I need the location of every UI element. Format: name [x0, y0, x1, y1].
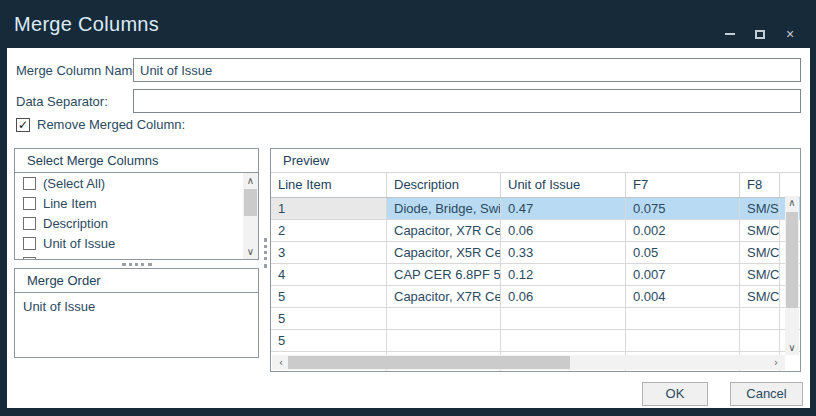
list-item-line-item[interactable]: Line Item — [15, 193, 258, 213]
scrollbar-thumb[interactable] — [786, 212, 798, 308]
table-row-selected[interactable]: 1 Diode, Bridge, Swit... 0.47 0.075 SM/S — [271, 198, 800, 220]
vertical-splitter[interactable] — [260, 148, 270, 358]
column-header-filler — [780, 173, 800, 197]
dialog-content: Merge Column Name: Data Separator: ✓ Rem… — [7, 48, 810, 408]
grid-header-row: Line Item Description Unit of Issue F7 F… — [271, 173, 800, 198]
preview-panel: Preview Line Item Description Unit of Is… — [270, 148, 801, 372]
list-item-unit-of-issue[interactable]: Unit of Issue — [15, 233, 258, 253]
table-row[interactable]: 5 — [271, 308, 800, 330]
horizontal-splitter[interactable] — [14, 260, 259, 268]
checkbox-unchecked-icon — [23, 217, 36, 230]
table-row[interactable]: 5 — [271, 330, 800, 352]
checkbox-unchecked-icon — [23, 237, 36, 250]
scroll-up-icon[interactable]: ∧ — [243, 174, 258, 187]
ok-button[interactable]: OK — [642, 382, 708, 406]
scrollbar-thumb[interactable] — [244, 189, 257, 216]
merge-columns-dialog: Merge Columns × Merge Column Name: Data … — [0, 0, 816, 416]
list-item-select-all[interactable]: (Select All) — [15, 173, 258, 193]
data-separator-input[interactable] — [133, 89, 801, 113]
splitter-grip-icon — [122, 263, 152, 266]
preview-title: Preview — [271, 149, 800, 173]
select-merge-columns-panel: Select Merge Columns (Select All) Line I… — [14, 148, 259, 260]
scroll-up-icon[interactable]: ∧ — [785, 196, 799, 210]
column-header-description[interactable]: Description — [387, 173, 501, 197]
preview-grid: Line Item Description Unit of Issue F7 F… — [271, 173, 800, 371]
checkbox-checked-icon: ✓ — [16, 118, 30, 132]
checkbox-unchecked-icon — [23, 177, 36, 190]
remove-merged-column-label: Remove Merged Column: — [37, 117, 185, 132]
merge-column-name-label: Merge Column Name: — [16, 63, 143, 78]
column-header-f7[interactable]: F7 — [626, 173, 740, 197]
scroll-down-icon[interactable]: ∨ — [243, 245, 258, 258]
titlebar: Merge Columns × — [0, 0, 816, 48]
merge-order-item[interactable]: Unit of Issue — [15, 293, 258, 314]
table-row[interactable]: 2 Capacitor, X7R Cer... 0.06 0.002 SM/C — [271, 220, 800, 242]
minimize-icon — [725, 33, 735, 35]
scroll-down-icon[interactable]: ∨ — [785, 341, 799, 355]
window-title: Merge Columns — [14, 0, 159, 48]
maximize-button[interactable] — [752, 26, 768, 42]
close-icon: × — [786, 27, 794, 41]
column-header-unit-of-issue[interactable]: Unit of Issue — [501, 173, 626, 197]
merge-order-title: Merge Order — [15, 269, 258, 293]
merge-columns-list: (Select All) Line Item Description Unit … — [15, 173, 258, 259]
window-controls: × — [722, 26, 798, 42]
list-item-description[interactable]: Description — [15, 213, 258, 233]
list-vertical-scrollbar[interactable]: ∧ ∨ — [243, 173, 258, 259]
minimize-button[interactable] — [722, 26, 738, 42]
splitter-grip-icon — [264, 238, 267, 268]
merge-order-panel: Merge Order Unit of Issue — [14, 268, 259, 358]
data-separator-label: Data Separator: — [16, 94, 108, 109]
cancel-button[interactable]: Cancel — [730, 382, 803, 406]
merge-column-name-input[interactable] — [133, 58, 801, 82]
checkbox-unchecked-icon — [23, 197, 36, 210]
maximize-icon — [755, 30, 765, 39]
list-item-partial[interactable] — [15, 253, 258, 259]
table-row[interactable]: 4 CAP CER 6.8PF 50V... 0.12 0.007 SM/C — [271, 264, 800, 286]
table-row[interactable]: 5 Capacitor, X7R Cer... 0.06 0.004 SM/C — [271, 286, 800, 308]
remove-merged-column-checkbox[interactable]: ✓ Remove Merged Column: — [16, 117, 185, 132]
grid-vertical-scrollbar[interactable]: ∧ ∨ — [785, 196, 799, 355]
column-header-f8[interactable]: F8 — [740, 173, 780, 197]
grid-horizontal-scrollbar[interactable]: ‹ › — [272, 355, 785, 370]
checkbox-unchecked-icon — [23, 257, 36, 260]
select-merge-columns-title: Select Merge Columns — [15, 149, 258, 173]
scroll-right-icon[interactable]: › — [769, 355, 783, 370]
column-header-line-item[interactable]: Line Item — [271, 173, 387, 197]
scrollbar-thumb[interactable] — [288, 356, 570, 369]
table-row[interactable]: 3 Capacitor, X5R Cer... 0.33 0.05 SM/C — [271, 242, 800, 264]
close-button[interactable]: × — [782, 26, 798, 42]
scroll-left-icon[interactable]: ‹ — [274, 355, 288, 370]
